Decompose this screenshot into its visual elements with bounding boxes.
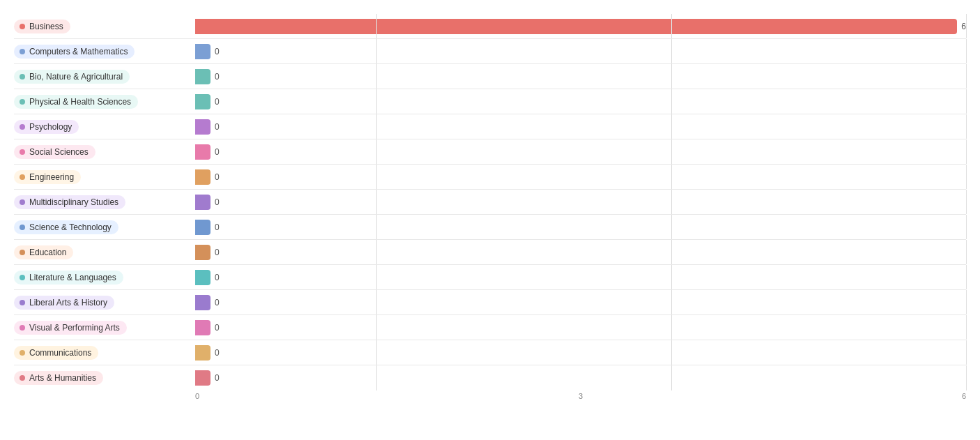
- dot-physical: [20, 99, 25, 105]
- bar-track-liberal: 0: [195, 290, 966, 314]
- bar-fill-education: [195, 245, 210, 260]
- dot-visual: [20, 325, 25, 331]
- bar-value-arts: 0: [215, 373, 220, 383]
- bar-row-business: Business 6: [14, 14, 966, 39]
- bar-row-literature: Literature & Languages 0: [14, 265, 966, 290]
- bar-pill-engineering: Engineering: [14, 170, 81, 184]
- bar-label-multi: Multidisciplinary Studies: [14, 190, 195, 214]
- bar-row-physical: Physical & Health Sciences 0: [14, 89, 966, 114]
- bar-track-science: 0: [195, 215, 966, 239]
- bar-value-physical: 0: [215, 97, 220, 107]
- bar-pill-liberal: Liberal Arts & History: [14, 296, 114, 310]
- bar-value-engineering: 0: [215, 172, 220, 182]
- bar-value-liberal: 0: [215, 298, 220, 308]
- x-axis-label-2: 6: [962, 392, 966, 400]
- bar-value-communications: 0: [215, 348, 220, 358]
- bar-label-text-liberal: Liberal Arts & History: [29, 298, 107, 308]
- bar-label-text-communications: Communications: [29, 348, 91, 358]
- bar-fill-physical: [195, 94, 210, 109]
- x-axis-label-1: 3: [579, 392, 583, 400]
- bar-row-education: Education 0: [14, 240, 966, 265]
- bar-pill-business: Business: [14, 20, 70, 33]
- bar-label-text-education: Education: [29, 248, 66, 257]
- bar-track-computers: 0: [195, 39, 966, 63]
- bar-pill-education: Education: [14, 245, 73, 259]
- bar-row-science: Science & Technology 0: [14, 215, 966, 240]
- bar-fill-social: [195, 144, 210, 160]
- bar-label-literature: Literature & Languages: [14, 265, 195, 289]
- bar-fill-multi: [195, 195, 210, 210]
- bar-value-business: 6: [961, 22, 966, 31]
- bar-label-liberal: Liberal Arts & History: [14, 290, 195, 314]
- bar-fill-engineering: [195, 169, 210, 185]
- bar-fill-bio: [195, 69, 210, 84]
- bar-label-physical: Physical & Health Sciences: [14, 89, 195, 114]
- bar-row-computers: Computers & Mathematics 0: [14, 39, 966, 64]
- bar-value-literature: 0: [215, 273, 220, 282]
- bar-row-engineering: Engineering 0: [14, 165, 966, 190]
- bar-label-text-multi: Multidisciplinary Studies: [29, 197, 118, 207]
- bar-fill-communications: [195, 345, 210, 361]
- bar-value-multi: 0: [215, 197, 220, 207]
- bar-track-physical: 0: [195, 89, 966, 114]
- bar-track-bio: 0: [195, 64, 966, 89]
- bar-fill-liberal: [195, 295, 210, 310]
- bar-label-science: Science & Technology: [14, 215, 195, 239]
- bar-value-science: 0: [215, 222, 220, 232]
- dot-business: [20, 24, 25, 29]
- dot-social: [20, 149, 25, 155]
- bar-label-text-business: Business: [29, 22, 63, 31]
- dot-bio: [20, 74, 25, 79]
- bar-value-computers: 0: [215, 47, 220, 56]
- bar-label-text-social: Social Sciences: [29, 147, 89, 157]
- bar-fill-computers: [195, 44, 210, 59]
- bar-track-multi: 0: [195, 190, 966, 214]
- bar-track-visual: 0: [195, 315, 966, 340]
- bar-row-visual: Visual & Performing Arts 0: [14, 315, 966, 340]
- bar-fill-visual: [195, 320, 210, 335]
- bar-value-psychology: 0: [215, 122, 220, 132]
- bar-pill-communications: Communications: [14, 346, 98, 360]
- bar-row-arts: Arts & Humanities 0: [14, 365, 966, 390]
- dot-engineering: [20, 174, 25, 180]
- dot-psychology: [20, 124, 25, 130]
- bar-value-social: 0: [215, 147, 220, 157]
- bar-value-education: 0: [215, 248, 220, 257]
- bar-pill-science: Science & Technology: [14, 220, 118, 234]
- bar-track-education: 0: [195, 240, 966, 264]
- bar-row-liberal: Liberal Arts & History 0: [14, 290, 966, 315]
- bar-row-social: Social Sciences 0: [14, 139, 966, 165]
- dot-arts: [20, 375, 25, 381]
- bar-label-communications: Communications: [14, 340, 195, 365]
- bar-label-text-physical: Physical & Health Sciences: [29, 97, 131, 107]
- bar-label-arts: Arts & Humanities: [14, 365, 195, 390]
- bar-pill-visual: Visual & Performing Arts: [14, 321, 127, 335]
- bar-label-visual: Visual & Performing Arts: [14, 315, 195, 340]
- bar-pill-multi: Multidisciplinary Studies: [14, 195, 125, 209]
- bar-fill-science: [195, 220, 210, 235]
- bar-label-text-psychology: Psychology: [29, 122, 72, 132]
- bar-track-social: 0: [195, 139, 966, 164]
- bar-fill-arts: [195, 370, 210, 386]
- bar-row-communications: Communications 0: [14, 340, 966, 365]
- bar-pill-social: Social Sciences: [14, 145, 95, 159]
- bar-fill-psychology: [195, 119, 210, 135]
- bar-label-text-bio: Bio, Nature & Agricultural: [29, 72, 123, 82]
- bar-pill-arts: Arts & Humanities: [14, 371, 103, 385]
- bar-track-communications: 0: [195, 340, 966, 365]
- bar-label-text-arts: Arts & Humanities: [29, 373, 96, 383]
- bar-track-arts: 0: [195, 365, 966, 390]
- dot-education: [20, 250, 25, 255]
- bar-value-visual: 0: [215, 323, 220, 333]
- bar-pill-literature: Literature & Languages: [14, 271, 123, 285]
- bar-label-text-computers: Computers & Mathematics: [29, 47, 128, 56]
- bar-pill-bio: Bio, Nature & Agricultural: [14, 70, 130, 84]
- x-axis-row: 036: [14, 392, 966, 400]
- rows-container: Business 6 Computers & Mathematics: [14, 14, 966, 390]
- bar-pill-physical: Physical & Health Sciences: [14, 95, 138, 109]
- bar-label-education: Education: [14, 240, 195, 264]
- dot-multi: [20, 199, 25, 205]
- bar-value-bio: 0: [215, 72, 220, 82]
- bar-row-bio: Bio, Nature & Agricultural 0: [14, 64, 966, 89]
- bar-label-text-science: Science & Technology: [29, 222, 112, 232]
